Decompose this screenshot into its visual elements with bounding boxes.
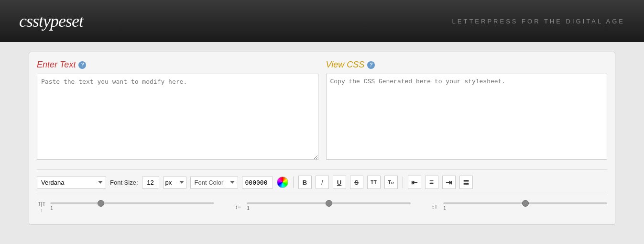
font-size-label: Font Size:: [110, 179, 138, 186]
tracking-slider-group: T|T↕ 1: [37, 201, 214, 213]
enter-text-title: Enter Text ?: [37, 60, 318, 70]
align-left-button[interactable]: ⇤: [408, 176, 421, 189]
leading-icon: ↕≡: [233, 204, 243, 210]
word-spacing-slider[interactable]: [443, 202, 607, 204]
unit-select[interactable]: px em rem % pt: [163, 177, 186, 189]
tracking-icon: T|T↕: [37, 201, 46, 213]
view-css-section: View CSS ?: [326, 60, 608, 162]
tracking-slider-wrapper: 1: [50, 202, 214, 211]
text-areas-row: Enter Text ? View CSS ?: [37, 60, 607, 162]
word-spacing-slider-group: ↕T 1: [430, 202, 607, 211]
separator-1: [293, 177, 294, 188]
tagline: LETTERPRESS FOR THE DIGITAL AGE: [452, 18, 625, 25]
word-spacing-value: 1: [443, 205, 607, 211]
font-color-hex-input[interactable]: [242, 177, 273, 189]
strikethrough-button[interactable]: S: [350, 176, 363, 189]
view-css-help-icon[interactable]: ?: [367, 61, 375, 69]
font-size-input[interactable]: [142, 177, 159, 189]
sliders-row: T|T↕ 1 ↕≡ 1 ↕T: [37, 195, 607, 217]
enter-text-help-icon[interactable]: ?: [78, 61, 86, 69]
teletype-button[interactable]: TT: [367, 176, 381, 189]
content-area: Enter Text ? View CSS ? Verdana Arial Ge…: [0, 42, 644, 234]
leading-slider-wrapper: 1: [247, 202, 411, 211]
tracking-slider[interactable]: [50, 202, 214, 204]
view-css-output[interactable]: [326, 74, 608, 160]
small-caps-button[interactable]: Tr: [384, 176, 398, 189]
align-center-button[interactable]: ≡: [425, 176, 438, 189]
leading-slider-group: ↕≡ 1: [233, 202, 411, 211]
leading-value: 1: [247, 205, 411, 211]
underline-button[interactable]: U: [333, 176, 346, 189]
main-panel: Enter Text ? View CSS ? Verdana Arial Ge…: [29, 52, 615, 225]
italic-button[interactable]: I: [316, 176, 329, 189]
tracking-value: 1: [50, 205, 214, 211]
font-color-select[interactable]: Font Color Custom: [190, 177, 238, 189]
word-spacing-slider-wrapper: 1: [443, 202, 607, 211]
align-right-button[interactable]: ⇥: [442, 176, 456, 189]
logo: csstypeset: [19, 11, 83, 31]
align-justify-button[interactable]: ≣: [459, 176, 473, 189]
word-spacing-icon: ↕T: [430, 204, 439, 210]
header: csstypeset LETTERPRESS FOR THE DIGITAL A…: [0, 0, 644, 42]
font-family-select[interactable]: Verdana Arial Georgia Times New Roman Co…: [37, 177, 106, 189]
bold-button[interactable]: B: [298, 176, 312, 189]
separator-2: [403, 177, 403, 188]
view-css-title: View CSS ?: [326, 60, 608, 70]
enter-text-input[interactable]: [37, 74, 318, 160]
leading-slider[interactable]: [247, 202, 411, 204]
enter-text-section: Enter Text ?: [37, 60, 318, 162]
controls-row: Verdana Arial Georgia Times New Roman Co…: [37, 169, 607, 193]
color-picker-button[interactable]: [277, 177, 288, 188]
